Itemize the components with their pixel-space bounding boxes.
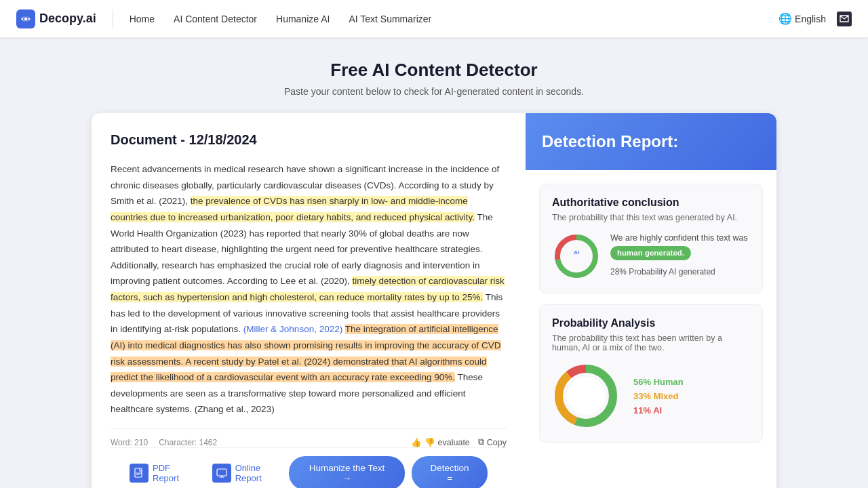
mail-button[interactable] — [837, 12, 852, 26]
right-panel: Detection Report: Authoritative conclusi… — [526, 113, 776, 488]
nav-ai-text-summarizer[interactable]: AI Text Summarizer — [349, 14, 431, 24]
copy-button[interactable]: ⧉ Copy — [478, 437, 507, 447]
report-links: PDF Report Online Report — [130, 463, 289, 483]
conclusion-text: We are highly confident this text was hu… — [610, 232, 748, 278]
ai-percentage: 11% AI — [633, 405, 684, 415]
globe-icon: 🌐 — [778, 12, 792, 25]
main-card: Document - 12/18/2024 Recent advancement… — [92, 113, 776, 488]
human-badge: human generated. — [610, 246, 691, 260]
left-panel: Document - 12/18/2024 Recent advancement… — [92, 113, 526, 488]
char-count: Character: 1462 — [159, 438, 217, 447]
nav-right: 🌐 English — [778, 12, 852, 26]
card-bottom: PDF Report Online Report Humanize the — [111, 447, 507, 488]
conclusion-card: Authoritative conclusion The probability… — [539, 184, 763, 293]
document-area: Document - 12/18/2024 Recent advancement… — [111, 132, 507, 418]
left-wrapper: Document - 12/18/2024 Recent advancement… — [111, 132, 507, 447]
conclusion-donut-chart: AI — [552, 232, 601, 281]
probability-legend: 56% Human 33% Mixed 11% AI — [633, 377, 684, 415]
report-body: Authoritative conclusion The probability… — [526, 170, 776, 456]
page-subtitle: Paste your content below to check for AI… — [284, 86, 584, 97]
probability-title: Probability Analysis — [552, 317, 750, 329]
thumbs-up-icon: 👍 — [411, 437, 422, 447]
document-title: Document - 12/18/2024 — [111, 132, 507, 148]
probability-donut-chart — [552, 362, 620, 430]
online-report-link[interactable]: Online Report — [212, 463, 289, 483]
monitor-icon — [216, 468, 227, 479]
document-content[interactable]: Recent advancements in medical research … — [111, 161, 507, 418]
probability-card: Probability Analysis The probability thi… — [539, 304, 763, 443]
conclusion-subtitle: The probability that this text was gener… — [552, 213, 750, 222]
highlight-1: the prevalence of CVDs has risen sharply… — [111, 196, 475, 222]
prob-label: 28% Probability AI generated — [610, 266, 748, 278]
doc-actions: 👍 👎 evaluate ⧉ Copy — [411, 437, 507, 447]
report-title: Detection Report: — [542, 132, 760, 151]
nav-humanize-ai[interactable]: Humanize AI — [276, 14, 330, 24]
page-title: Free AI Content Detector — [330, 60, 537, 81]
conclusion-title: Authoritative conclusion — [552, 197, 750, 209]
copy-icon: ⧉ — [478, 437, 484, 447]
nav-links: Home AI Content Detector Humanize AI AI … — [130, 14, 778, 24]
nav-divider — [113, 9, 113, 28]
svg-text:AI: AI — [574, 249, 579, 256]
pdf-report-link[interactable]: PDF Report — [130, 463, 199, 483]
language-selector[interactable]: 🌐 English — [778, 12, 826, 25]
mail-icon — [840, 15, 849, 22]
logo-icon — [16, 9, 35, 28]
evaluate-button[interactable]: 👍 👎 evaluate — [411, 437, 470, 447]
main-content: Free AI Content Detector Paste your cont… — [0, 38, 868, 488]
detection-button[interactable]: Detection = — [412, 456, 488, 488]
svg-rect-5 — [217, 469, 226, 476]
doc-stats: Word: 210 Character: 1462 — [111, 438, 217, 447]
highlight-2: timely detection of cardiovascular risk … — [111, 276, 505, 302]
word-count: Word: 210 — [111, 438, 148, 447]
svg-point-2 — [24, 17, 28, 20]
conclusion-content: AI We are highly confident this text was… — [552, 232, 750, 281]
humanize-button[interactable]: Humanize the Text → — [289, 456, 405, 488]
logo[interactable]: Decopy.ai — [16, 9, 96, 28]
human-percentage: 56% Human — [633, 377, 684, 387]
pdf-icon — [130, 464, 149, 483]
nav-ai-content-detector[interactable]: AI Content Detector — [174, 14, 257, 24]
thumbs-down-icon: 👎 — [425, 437, 435, 447]
online-icon — [212, 464, 231, 483]
probability-subtitle: The probability this text has been writt… — [552, 333, 750, 352]
document-footer: Word: 210 Character: 1462 👍 👎 evaluate ⧉… — [111, 428, 507, 447]
pdf-file-icon — [134, 468, 144, 479]
mixed-percentage: 33% Mixed — [633, 391, 684, 401]
nav-home[interactable]: Home — [130, 14, 155, 24]
svg-point-14 — [567, 377, 605, 415]
action-buttons: Humanize the Text → Detection = — [289, 456, 488, 488]
report-header: Detection Report: — [526, 113, 776, 170]
probability-content: 56% Human 33% Mixed 11% AI — [552, 362, 750, 430]
citation-link: (Miller & Johnson, 2022) — [243, 324, 342, 334]
